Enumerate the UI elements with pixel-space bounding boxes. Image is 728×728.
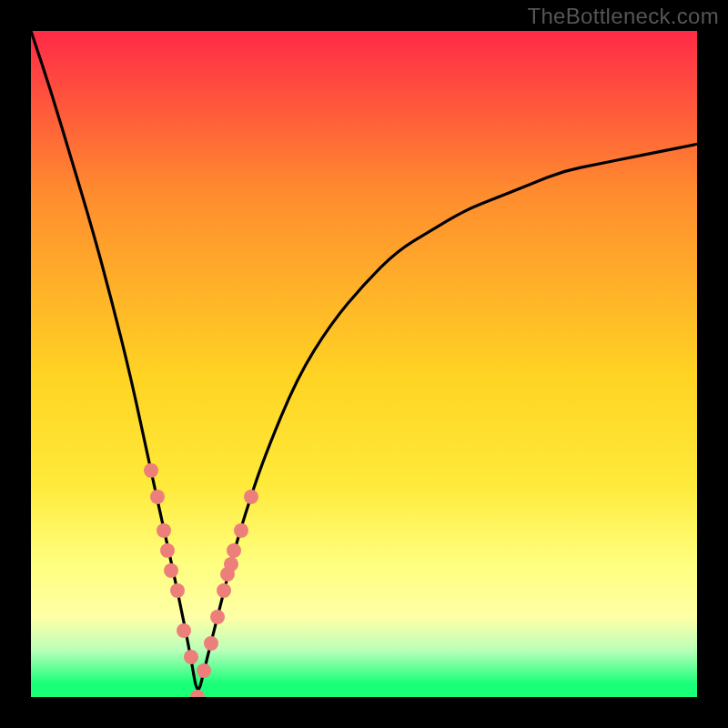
highlight-dot <box>150 490 165 504</box>
highlight-dot <box>184 650 198 664</box>
highlight-dot <box>164 563 178 578</box>
highlight-dot <box>227 543 241 558</box>
highlight-dot <box>234 523 248 538</box>
curve-layer <box>31 31 697 697</box>
highlight-dot <box>217 583 231 598</box>
highlight-dot <box>197 663 211 678</box>
chart-frame: TheBottleneck.com <box>0 0 728 728</box>
highlight-dot <box>170 583 185 598</box>
highlight-dot <box>224 557 238 571</box>
highlight-dot <box>144 463 158 478</box>
plot-area <box>31 31 697 697</box>
watermark-text: TheBottleneck.com <box>527 4 719 29</box>
highlight-dot <box>160 543 175 558</box>
highlight-dot <box>210 610 225 624</box>
highlight-dot <box>157 523 171 538</box>
bottleneck-curve <box>31 31 697 689</box>
highlight-dot <box>204 636 218 651</box>
highlight-dot <box>177 623 191 638</box>
highlight-dot <box>244 490 258 504</box>
